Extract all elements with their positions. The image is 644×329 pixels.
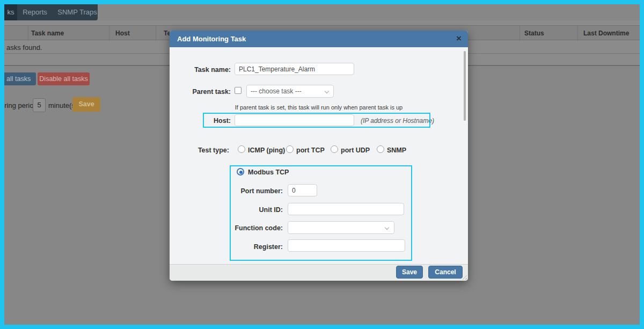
- app-screen: ks Reports SNMP Traps Task name Host Te …: [0, 0, 644, 329]
- tab-reports-label: Reports: [23, 8, 47, 16]
- function-code-select[interactable]: [288, 221, 394, 234]
- dialog-header: Add Monitoring Task ×: [170, 31, 468, 47]
- tab-tasks[interactable]: ks: [4, 4, 17, 20]
- enable-all-tasks-button[interactable]: ble all tasks: [0, 72, 36, 85]
- parent-task-checkbox[interactable]: [235, 87, 241, 94]
- task-name-input[interactable]: [235, 63, 354, 75]
- column-divider: [28, 26, 28, 41]
- close-icon[interactable]: ×: [456, 33, 462, 44]
- task-name-label: Task name:: [172, 66, 231, 74]
- dialog-title: Add Monitoring Task: [177, 35, 246, 43]
- radio-icmp-label: ICMP (ping): [248, 147, 285, 154]
- radio-snmp[interactable]: [377, 145, 384, 153]
- tab-snmp-traps[interactable]: SNMP Traps: [53, 4, 102, 20]
- radio-port-tcp[interactable]: [286, 145, 294, 153]
- dialog-footer: Save Cancel: [170, 264, 468, 281]
- parent-task-label: Parent task:: [172, 88, 231, 96]
- parent-task-hint: If parent task is set, this task will ru…: [186, 104, 451, 111]
- radio-port-tcp-label: port TCP: [296, 147, 325, 154]
- column-divider: [109, 26, 109, 41]
- unit-id-label: Unit ID:: [218, 206, 283, 214]
- monitoring-period-label: oring period: [1, 101, 38, 109]
- no-tasks-message: asks found.: [6, 43, 42, 52]
- disable-all-tasks-button[interactable]: Disable all tasks: [38, 72, 90, 85]
- chevron-down-icon: [385, 225, 389, 230]
- column-header-host: Host: [115, 30, 130, 37]
- column-divider: [519, 26, 520, 41]
- radio-modbus-tcp-label: Modbus TCP: [248, 169, 289, 176]
- register-input[interactable]: [288, 239, 405, 252]
- column-header-status: Status: [524, 30, 544, 37]
- register-label: Register:: [218, 243, 283, 251]
- host-hint: (IP address or Hostname): [361, 117, 434, 125]
- monitoring-period-input[interactable]: 5: [33, 98, 46, 112]
- tab-reports[interactable]: Reports: [17, 4, 53, 20]
- radio-snmp-label: SNMP: [387, 147, 406, 154]
- port-number-label: Port number:: [218, 187, 283, 195]
- column-header-last-downtime: Last Downtime: [583, 30, 629, 37]
- chevron-down-icon: [325, 89, 329, 93]
- column-header-task-name: Task name: [31, 30, 64, 37]
- cancel-button[interactable]: Cancel: [428, 266, 463, 279]
- column-divider: [577, 26, 578, 41]
- radio-port-udp[interactable]: [331, 145, 338, 153]
- host-input[interactable]: [235, 114, 354, 126]
- parent-task-select-value: --- choose task ---: [251, 87, 302, 95]
- port-number-input[interactable]: [288, 184, 317, 196]
- radio-modbus-tcp[interactable]: [237, 168, 244, 176]
- tab-snmp-traps-label: SNMP Traps: [57, 8, 97, 16]
- column-divider: [156, 26, 156, 41]
- test-type-label: Test type:: [170, 147, 229, 154]
- tab-bar: ks Reports SNMP Traps: [4, 4, 98, 20]
- tab-tasks-label: ks: [8, 8, 14, 16]
- save-button[interactable]: Save: [396, 266, 423, 279]
- function-code-label: Function code:: [218, 224, 283, 232]
- modal-scrollbar[interactable]: [464, 51, 466, 121]
- radio-port-udp-label: port UDP: [341, 147, 370, 154]
- host-label: Host:: [172, 117, 231, 125]
- period-save-button[interactable]: Save: [72, 97, 100, 112]
- add-monitoring-task-dialog: Add Monitoring Task × Task name: Parent …: [170, 31, 468, 281]
- unit-id-input[interactable]: [288, 203, 404, 215]
- parent-task-select[interactable]: --- choose task ---: [246, 85, 334, 98]
- radio-icmp[interactable]: [238, 145, 245, 153]
